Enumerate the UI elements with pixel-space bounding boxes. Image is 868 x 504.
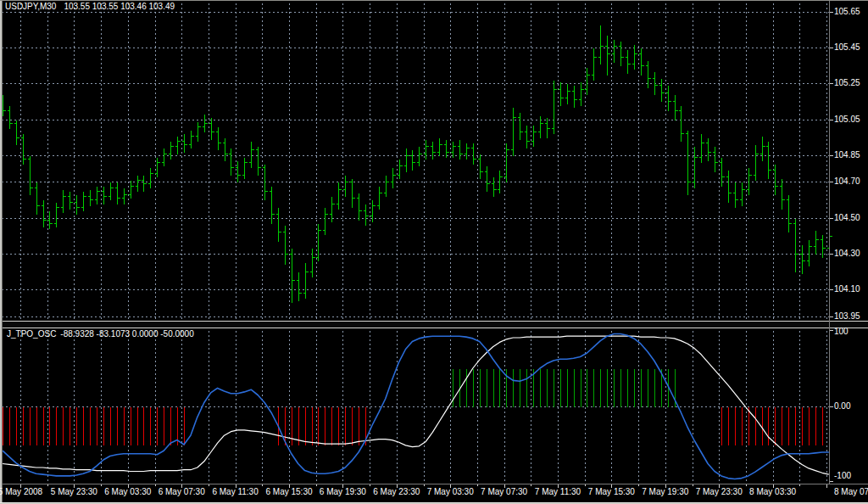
price-axis-label: 105.45 [834,42,860,53]
chart-title: USDJPY,M30103.55 103.55 103.46 103.49 [5,2,175,12]
price-axis-label: 105.05 [834,115,860,125]
time-axis-label: 7 May 03:30 [427,487,474,497]
indicator-name-label: J_TPO_OSC [7,329,56,339]
price-axis-label: 103.95 [834,311,860,322]
price-axis-label: 104.70 [834,176,860,187]
time-axis-label: 7 May 15:30 [588,487,635,497]
time-axis-label: 7 May 11:30 [535,487,581,497]
time-axis-label: 7 May 19:30 [642,487,688,497]
indicator-values-label: -88.9328 -83.1073 0.0000 -50.0000 [60,329,193,339]
time-axis-label: 8 May 03:30 [749,487,796,497]
oscillator-axis-label: 100 [834,327,849,337]
price-axis-label: 105.65 [834,7,860,17]
time-axis-label: 6 May 19:30 [320,487,366,497]
time-axis-label: 7 May 23:30 [696,487,743,497]
price-axis-label: 104.10 [834,284,860,294]
chart-window: USDJPY,M30103.55 103.55 103.46 103.49 J_… [0,0,868,504]
price-axis-label: 104.85 [834,150,860,160]
price-axis-label: 105.25 [834,78,860,88]
ohlc-values-label: 103.55 103.55 103.46 103.49 [64,2,175,11]
time-axis[interactable]: 5 May 20085 May 23:306 May 03:306 May 07… [0,484,868,502]
time-axis-label: 6 May 23:30 [373,487,420,497]
price-axis-label: 104.30 [834,249,860,259]
time-axis-label: 8 May 07:30 [834,487,868,497]
symbol-timeframe-label: USDJPY,M30 [5,2,56,11]
oscillator-axis[interactable]: 1000.00-100 [829,327,868,484]
time-axis-label: 6 May 07:30 [159,487,205,497]
time-axis-label: 6 May 15:30 [265,487,312,497]
oscillator-axis-label: 0.00 [834,401,850,412]
time-axis-label: 6 May 11:30 [212,487,258,497]
price-axis-label: 104.50 [834,213,860,223]
time-axis-label: 7 May 07:30 [481,487,527,497]
indicator-title: J_TPO_OSC-88.9328 -83.1073 0.0000 -50.00… [7,329,194,339]
main-chart-plot[interactable] [2,2,829,321]
time-axis-label: 5 May 2008 [0,487,42,497]
oscillator-axis-label: -100 [834,471,851,481]
price-axis[interactable]: 105.65105.45105.25105.05104.85104.70104.… [829,0,868,321]
time-axis-label: 5 May 23:30 [51,487,97,497]
window-border-top [0,0,868,1]
time-axis-label: 6 May 03:30 [104,487,151,497]
indicator-plot[interactable] [2,327,829,484]
